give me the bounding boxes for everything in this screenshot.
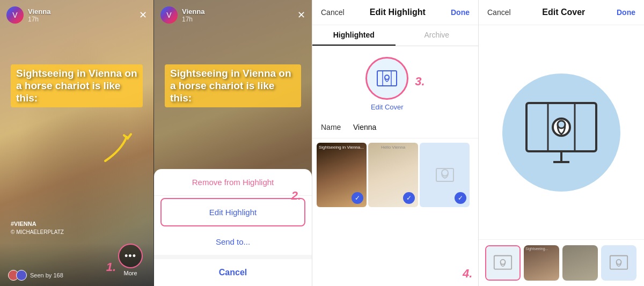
story-thumbnail-1[interactable]: Sightseeing in Vienna... ✓: [317, 143, 367, 207]
svg-point-2: [442, 170, 448, 176]
cover-thumb-bg-3: [562, 245, 598, 281]
story-arrow: [94, 129, 137, 174]
cancel-button[interactable]: Cancel: [154, 259, 312, 286]
action-story-text: Sightseeing in Vienna on a horse chariot…: [165, 64, 301, 107]
panel-edit-highlight: Cancel Edit Highlight Done Highlighted A…: [312, 0, 478, 286]
cover-thumb-bg-1: [486, 246, 519, 280]
send-to-button[interactable]: Send to...: [154, 229, 312, 255]
story-thumbnail-2[interactable]: Hello Vienna ✓: [368, 143, 418, 207]
name-row: Name Vienna: [312, 116, 478, 138]
svg-point-1: [385, 75, 389, 79]
svg-rect-0: [377, 71, 397, 86]
action-sheet: Remove from Highlight Edit Highlight Sen…: [154, 169, 312, 286]
cover-thumb-3[interactable]: [562, 245, 598, 281]
action-divider: [154, 255, 312, 259]
edit-cover-button[interactable]: [365, 57, 408, 100]
more-button-container: ••• More: [118, 244, 143, 276]
more-label: More: [123, 270, 137, 276]
story-time: 17h: [28, 16, 50, 23]
cover-preview-circle: [502, 74, 620, 192]
name-field-value[interactable]: Vienna: [353, 123, 376, 131]
edit-cover-title: Edit Cover: [542, 8, 585, 17]
story-viewers: Seen by 168: [8, 270, 63, 281]
more-button[interactable]: •••: [118, 244, 143, 268]
story-username: Vienna: [28, 8, 50, 16]
action-username: Vienna: [182, 8, 204, 16]
cover-thumb-bg-2: Sightseeing...: [524, 245, 559, 281]
action-story-overlay-text: Sightseeing in Vienna on a horse chariot…: [165, 64, 301, 107]
svg-point-12: [617, 260, 621, 265]
avatar: V: [6, 6, 24, 24]
story-text: Sightseeing in Vienna on a horse chariot…: [11, 64, 143, 107]
cover-thumb-2[interactable]: Sightseeing...: [524, 245, 559, 281]
stories-grid: Sightseeing in Vienna... ✓ Hello Vienna …: [312, 138, 478, 286]
cover-thumbnails-wrapper: 4. Sightseeing...: [479, 239, 644, 286]
cover-thumbnails: Sightseeing...: [479, 239, 644, 286]
edit-highlight-button[interactable]: Edit Highlight: [160, 198, 305, 226]
edit-cover-cancel-button[interactable]: Cancel: [487, 8, 511, 17]
story-user-info: V Vienna 17h: [6, 6, 50, 24]
edit-highlight-done-button[interactable]: Done: [451, 8, 470, 17]
step-1-label: 1.: [106, 260, 116, 274]
story-location: © MICHAELERPLATZ: [11, 229, 64, 235]
story-hashtag: #VIENNA: [11, 221, 36, 227]
cover-thumb-1[interactable]: [485, 245, 521, 281]
thumb-check-1: ✓: [352, 192, 363, 204]
edit-highlight-header: Cancel Edit Highlight Done: [312, 0, 478, 25]
panel-story: V Vienna 17h ✕ Sightseeing in Vienna on …: [0, 0, 153, 286]
remove-from-highlight-button[interactable]: Remove from Highlight: [154, 169, 312, 196]
cover-preview-area: [479, 25, 644, 239]
edit-cover-label[interactable]: Edit Cover: [371, 103, 404, 111]
cover-thumb-4[interactable]: [601, 245, 636, 281]
action-story-user: V Vienna 17h: [160, 6, 204, 24]
edit-highlight-title: Edit Highlight: [370, 8, 426, 17]
tab-archive[interactable]: Archive: [396, 25, 479, 46]
svg-rect-11: [610, 256, 627, 269]
svg-rect-3: [436, 168, 453, 181]
story-header: V Vienna 17h ✕: [6, 6, 147, 24]
story-thumbnail-3[interactable]: ✓: [420, 143, 470, 207]
edit-cover-done-button[interactable]: Done: [617, 8, 635, 17]
thumb-check-3: ✓: [455, 192, 466, 204]
svg-point-6: [558, 121, 565, 128]
edit-cover-header: Cancel Edit Cover Done: [479, 0, 644, 25]
edit-cover-section: Edit Cover: [365, 46, 408, 116]
edit-cover-row: Edit Cover 3.: [312, 46, 478, 116]
edit-highlight-cancel-button[interactable]: Cancel: [321, 8, 345, 17]
viewer-avatar: [16, 270, 27, 281]
action-story-header: V Vienna 17h ✕: [160, 6, 305, 24]
name-field-label: Name: [321, 123, 353, 131]
action-avatar: V: [160, 6, 178, 24]
tabs-row: Highlighted Archive: [312, 25, 478, 46]
panel-edit-cover: Cancel Edit Cover Done 4.: [478, 0, 644, 286]
thumb-check-2: ✓: [403, 192, 415, 204]
panel-action-sheet: V Vienna 17h ✕ Sightseeing in Vienna on …: [153, 0, 312, 286]
svg-point-10: [501, 260, 506, 265]
step-4-label: 4.: [463, 267, 472, 281]
svg-rect-9: [494, 256, 511, 269]
viewer-avatars: [8, 270, 27, 281]
action-close-icon[interactable]: ✕: [297, 9, 305, 21]
step-3-label: 3.: [415, 75, 425, 89]
close-icon[interactable]: ✕: [139, 9, 147, 21]
action-time: 17h: [182, 16, 204, 23]
step-2-label: 2.: [291, 189, 301, 203]
story-text-area: Sightseeing in Vienna on a horse chariot…: [11, 64, 143, 107]
cover-thumb-bg-4: [601, 245, 636, 281]
tab-highlighted[interactable]: Highlighted: [312, 25, 396, 46]
seen-count: Seen by 168: [30, 272, 63, 278]
